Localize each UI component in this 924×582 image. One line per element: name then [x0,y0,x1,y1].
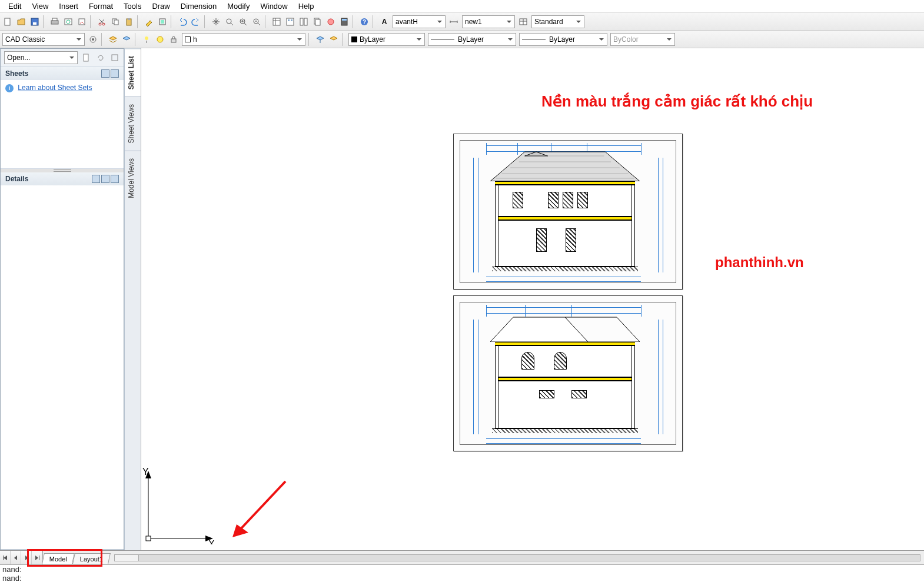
open-icon[interactable] [15,15,28,28]
ucs-icon: Y X [142,468,219,544]
sheetset-publish-icon[interactable] [108,51,121,64]
linetype-combo[interactable]: ByLayer [428,33,516,46]
learn-sheetsets-link[interactable]: Learn about Sheet Sets [18,84,92,92]
pan-icon[interactable] [210,15,222,28]
plotstyle-combo[interactable]: ByColor [610,33,675,46]
save-icon[interactable] [28,15,41,28]
svg-point-35 [92,38,94,41]
layer-properties-icon[interactable] [107,33,119,46]
svg-rect-20 [287,18,294,25]
menu-draw[interactable]: Draw [147,1,174,12]
font-combo[interactable]: avantH [393,15,446,28]
layer-freeze-icon[interactable] [154,33,167,46]
menu-window[interactable]: Window [255,1,292,12]
svg-point-37 [157,36,163,42]
tab-scrollbar[interactable] [114,554,920,561]
svg-marker-41 [490,152,640,181]
layer-on-icon[interactable] [140,33,153,46]
menu-format[interactable]: Format [84,1,118,12]
print-icon[interactable] [48,15,61,28]
rightmost-combo[interactable]: Standard [531,15,584,28]
details-header-btn-1[interactable] [92,175,100,183]
layer-lock-icon[interactable] [167,33,180,46]
vtab-sheet-list[interactable]: Sheet List [125,48,141,97]
drawing-area[interactable]: Nền màu trắng cảm giác rất khó chịu phan… [141,48,924,550]
sheets-header-btn-1[interactable] [101,69,109,78]
new-icon[interactable] [1,15,14,28]
layer-match-icon[interactable] [327,33,340,46]
menu-bar: Edit View Insert Format Tools Draw Dimen… [0,0,924,13]
layer-previous-icon[interactable] [314,33,327,46]
menu-dimension[interactable]: Dimension [176,1,221,12]
workspace-combo[interactable]: CAD Classic [2,33,85,46]
layer-combo[interactable]: h [182,33,305,46]
lineweight-combo[interactable]: ByLayer [519,33,607,46]
vtab-model-views[interactable]: Model Views [125,151,141,205]
table-style-icon[interactable] [517,15,530,28]
copy-icon[interactable] [109,15,122,28]
layout-tab-bar: Model Layout1 [0,550,924,564]
svg-rect-39 [84,54,88,61]
dim-style-icon[interactable] [447,15,460,28]
command-line[interactable]: nand: nand: [0,564,924,582]
arched-window [554,352,567,370]
design-center-icon[interactable] [284,15,297,28]
properties-icon[interactable] [270,15,283,28]
svg-rect-13 [128,18,130,20]
block-editor-icon[interactable] [156,15,169,28]
workspace: Open... Sheets i Learn about Sheet Sets … [0,48,924,550]
layer-states-icon[interactable] [120,33,133,46]
svg-point-16 [227,19,231,24]
plot-preview-icon[interactable] [62,15,75,28]
color-combo[interactable]: ByLayer [348,33,425,46]
text-style-icon[interactable]: A [378,15,391,28]
menu-modify[interactable]: Modify [222,1,254,12]
sheets-header-btn-2[interactable] [111,69,119,78]
sheetset-new-icon[interactable] [80,51,93,64]
menu-edit[interactable]: Edit [4,1,26,12]
paste-icon[interactable] [122,15,135,28]
menu-tools[interactable]: Tools [119,1,146,12]
zoom-realtime-icon[interactable] [223,15,236,28]
svg-rect-23 [300,18,303,25]
menu-help[interactable]: Help [294,1,319,12]
command-line-2: nand: [2,574,922,583]
toolbar-row-1: ? A avantH new1 Standard [0,13,924,31]
svg-text:?: ? [363,19,366,25]
svg-marker-51 [232,524,248,537]
red-arrow-annotation [224,478,294,543]
annotation-text-top: Nền màu trắng cảm giác rất khó chịu [541,92,813,111]
style-combo[interactable]: new1 [462,15,515,28]
tool-palettes-icon[interactable] [297,15,310,28]
tab-nav-prev[interactable] [11,551,21,564]
annotation-watermark: phanthinh.vn [715,254,804,271]
cut-icon[interactable] [95,15,108,28]
zoom-window-icon[interactable] [237,15,250,28]
sheetset-open-combo[interactable]: Open... [4,51,78,64]
markup-icon[interactable] [324,15,337,28]
svg-rect-22 [291,19,293,21]
redo-icon[interactable] [190,15,202,28]
svg-rect-11 [114,20,118,25]
svg-rect-52 [3,556,4,560]
match-properties-icon[interactable] [142,15,155,28]
undo-icon[interactable] [176,15,189,28]
workspace-settings-icon[interactable] [87,33,99,46]
sheetset-refresh-icon[interactable] [94,51,107,64]
help-icon[interactable]: ? [358,15,371,28]
vtab-sheet-views[interactable]: Sheet Views [125,97,141,151]
menu-insert[interactable]: Insert [54,1,83,12]
details-header-btn-3[interactable] [111,175,119,183]
sheet-set-manager-icon[interactable] [311,15,324,28]
sheets-body: i Learn about Sheet Sets [1,80,124,168]
svg-rect-15 [161,20,164,24]
ucs-x-label: X [208,539,215,544]
tab-nav-first[interactable] [0,551,11,564]
quickcalc-icon[interactable] [338,15,351,28]
details-header-btn-2[interactable] [101,175,109,183]
paper-frame-1 [453,134,683,290]
menu-view[interactable]: View [27,1,53,12]
publish-icon[interactable] [75,15,88,28]
paper-frame-2 [453,295,683,451]
zoom-previous-icon[interactable] [250,15,263,28]
